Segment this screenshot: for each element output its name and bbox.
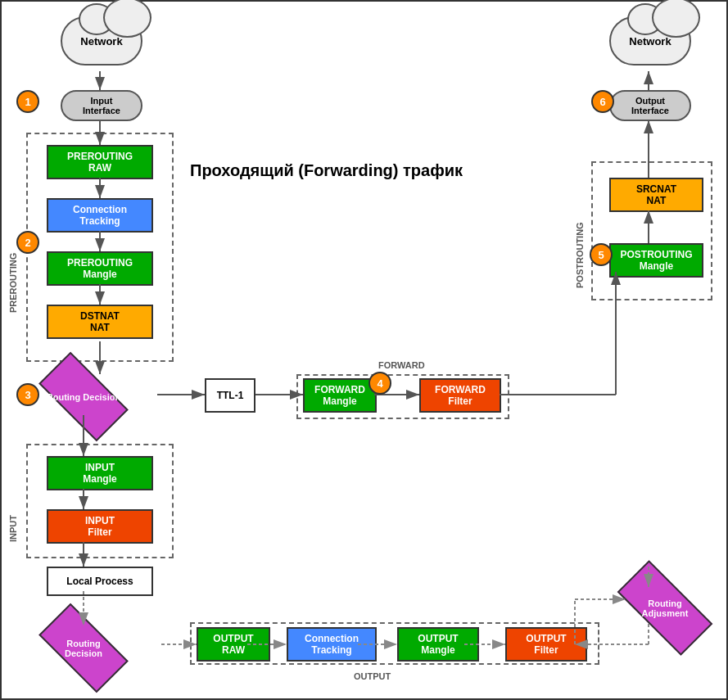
srcnat-nat: SRCNATNAT [609,178,703,212]
badge-1: 1 [16,90,39,113]
postrouting-label: POSTROUTING [575,174,585,288]
prerouting-mangle: PREROUTINGMangle [47,251,153,286]
routing-decision-3: Routing Decision [43,374,124,419]
ttl1-box: TTL-1 [205,378,255,413]
output-raw: OUTPUTRAW [197,627,270,662]
routing-adjusment: RoutingAdjusment [620,585,710,630]
output-mangle: OUTPUTMangle [397,627,479,662]
badge-2: 2 [16,231,39,254]
output-label: OUTPUT [354,671,391,681]
input-filter: INPUTFilter [47,509,153,544]
badge-5: 5 [590,243,613,266]
badge-4: 4 [369,372,391,395]
output-interface: OutputInterface [609,90,691,121]
connection-tracking-out: ConnectionTracking [287,627,377,662]
badge-3: 3 [16,383,39,406]
dstnat-nat: DSTNATNAT [47,305,153,339]
input-label: INPUT [8,468,18,542]
postrouting-mangle: POSTROUTINGMangle [609,243,703,278]
forward-label: FORWARD [378,360,425,370]
badge-6: 6 [591,90,614,113]
diagram: PREROUTING FORWARD POSTROUTING INPUT OUT… [0,0,728,700]
network-top-left: Network [61,16,142,65]
prerouting-raw: PREROUTINGRAW [47,145,153,179]
input-interface: InputInterface [61,90,142,121]
forward-filter: FORWARDFilter [419,378,501,413]
main-title: Проходящий (Forwarding) трафик [190,161,463,180]
local-process: Local Process [47,567,153,596]
network-top-right: Network [609,16,691,65]
routing-decision-bottom: RoutingDecision [43,625,124,671]
forward-mangle: FORWARDMangle [303,378,377,413]
connection-tracking-pre: ConnectionTracking [47,198,153,233]
input-mangle: INPUTMangle [47,456,153,490]
output-filter: OUTPUTFilter [505,627,587,662]
